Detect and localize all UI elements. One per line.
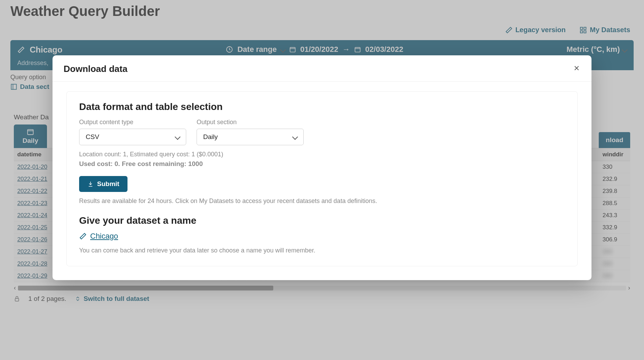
download-modal: Download data Data format and table sele…: [53, 55, 591, 280]
close-icon: [573, 64, 580, 72]
close-button[interactable]: [573, 64, 580, 74]
modal-title: Download data: [64, 64, 127, 74]
availability-note: Results are available for 24 hours. Clic…: [79, 197, 565, 205]
chevron-down-icon: [176, 133, 180, 141]
download-icon: [87, 181, 94, 187]
dataset-name-link[interactable]: Chicago: [90, 232, 118, 241]
name-header: Give your dataset a name: [79, 215, 565, 226]
dataset-name-edit[interactable]: Chicago: [79, 232, 565, 241]
modal-overlay: Download data Data format and table sele…: [0, 0, 644, 360]
cost-remaining: Used cost: 0. Free cost remaining: 1000: [79, 160, 565, 168]
pencil-icon: [79, 232, 87, 240]
chevron-down-icon: [293, 133, 297, 141]
output-section-label: Output section: [197, 119, 304, 126]
output-type-label: Output content type: [79, 119, 186, 126]
submit-button[interactable]: Submit: [79, 176, 127, 192]
output-section-select[interactable]: Daily: [197, 129, 304, 145]
output-type-select[interactable]: CSV: [79, 129, 186, 145]
cost-estimate: Location count: 1, Estimated query cost:…: [79, 151, 565, 158]
name-hint: You can come back and retrieve your data…: [79, 247, 565, 254]
section-title: Data format and table selection: [79, 101, 565, 112]
